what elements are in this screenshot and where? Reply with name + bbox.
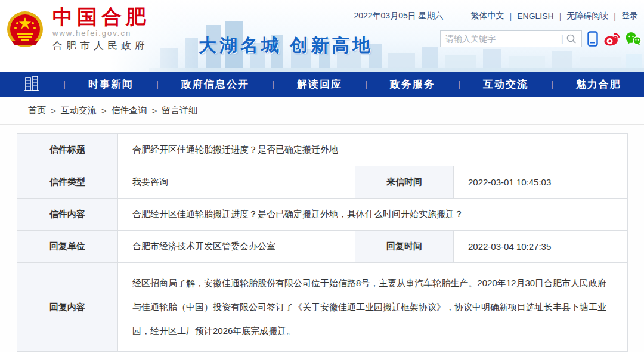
- breadcrumb-separator: >: [101, 106, 107, 116]
- search-box[interactable]: |: [440, 30, 582, 47]
- table-row: 回复内容 经区招商局了解，安徽佳通轮胎股份有限公司位于始信路8号，主要从事汽车轮…: [17, 263, 628, 352]
- letter-content-value: 合肥经开区佳通轮胎搬迁进度？是否已确定搬迁外地，具体什么时间开始实施搬迁？: [118, 199, 628, 231]
- letter-detail-table: 信件标题 合肥经开区佳通轮胎搬迁进度？是否已确定搬迁外地 信件类型 我要咨询 来…: [17, 133, 628, 352]
- link-accessibility[interactable]: 无障碍阅读: [566, 11, 608, 21]
- letter-content-label: 信件内容: [17, 199, 118, 231]
- breadcrumb-current: 留言详细: [162, 105, 197, 116]
- site-banner: 中国合肥 www.hefei.gov.cn 合肥市人民政府 大湖名城 创新高地 …: [0, 0, 644, 72]
- header-top-links: 2022年03月05日 星期六 繁体中文 | ENGLISH | 无障碍阅读 |…: [354, 11, 638, 21]
- nav-separator: |: [551, 79, 553, 89]
- breadcrumb-letter-query[interactable]: 信件查询: [112, 105, 147, 116]
- link-english[interactable]: ENGLISH: [517, 11, 553, 21]
- reply-content-value: 经区招商局了解，安徽佳通轮胎股份有限公司位于始信路8号，主要从事汽车轮胎生产。2…: [118, 263, 628, 352]
- letter-title-label: 信件标题: [17, 134, 118, 166]
- nav-item-charm-hefei[interactable]: 魅力合肥: [576, 78, 621, 91]
- link-traditional-chinese[interactable]: 繁体中文: [471, 11, 504, 21]
- search-icon[interactable]: [566, 33, 577, 44]
- home-nav[interactable]: [23, 75, 41, 93]
- search-divider: |: [561, 33, 564, 44]
- site-title: 中国合肥: [52, 6, 150, 27]
- breadcrumb-separator: >: [152, 106, 157, 116]
- table-row: 信件类型 我要咨询 来信时间 2022-03-01 10:45:03: [17, 166, 628, 199]
- nav-item-interpretation[interactable]: 解读回应: [297, 78, 342, 91]
- main-content: 首页 > 互动交流 > 信件查询 > 留言详细 信件标题 合肥经开区佳通轮胎搬迁…: [0, 97, 644, 352]
- site-logo[interactable]: 中国合肥 www.hefei.gov.cn 合肥市人民政府: [6, 6, 150, 52]
- reply-content-label: 回复内容: [17, 263, 118, 352]
- wechat-icon[interactable]: [625, 31, 642, 47]
- table-row: 回复单位 合肥市经济技术开发区管委会办公室 回复时间 2022-03-04 10…: [17, 231, 628, 263]
- current-date: 2022年03月05日 星期六: [354, 11, 443, 21]
- nav-separator: |: [63, 79, 66, 89]
- nav-separator: |: [156, 79, 159, 89]
- national-emblem-icon: [6, 10, 44, 48]
- search-row: |: [440, 30, 642, 47]
- reply-unit-value: 合肥市经济技术开发区管委会办公室: [118, 231, 355, 263]
- link-separator: |: [559, 11, 562, 21]
- reply-time-value: 2022-03-04 10:27:35: [454, 231, 628, 263]
- search-input[interactable]: [445, 34, 561, 44]
- table-row: 信件内容 合肥经开区佳通轮胎搬迁进度？是否已确定搬迁外地，具体什么时间开始实施搬…: [17, 199, 628, 231]
- nav-item-services[interactable]: 政务服务: [390, 78, 435, 91]
- table-row: 信件标题 合肥经开区佳通轮胎搬迁进度？是否已确定搬迁外地: [17, 134, 628, 166]
- received-time-value: 2022-03-01 10:45:03: [454, 166, 628, 199]
- link-separator: |: [614, 11, 616, 21]
- nav-item-interaction[interactable]: 互动交流: [483, 78, 528, 91]
- link-login[interactable]: 登录: [621, 11, 638, 21]
- weibo-icon[interactable]: [603, 31, 620, 47]
- breadcrumb-divider: [0, 124, 644, 125]
- main-navbar: | 时事新闻 | 政府信息公开 | 解读回应 | 政务服务 | 互动交流 | 魅…: [0, 72, 644, 97]
- city-slogan: 大湖名城 创新高地: [199, 33, 373, 58]
- letter-type-label: 信件类型: [17, 166, 118, 199]
- breadcrumb-home[interactable]: 首页: [28, 105, 46, 116]
- mobile-icon[interactable]: [587, 31, 599, 47]
- breadcrumb-separator: >: [51, 106, 56, 116]
- reply-time-label: 回复时间: [355, 231, 454, 263]
- breadcrumb: 首页 > 互动交流 > 信件查询 > 留言详细: [0, 97, 644, 124]
- breadcrumb-interaction[interactable]: 互动交流: [61, 105, 97, 116]
- letter-title-value: 合肥经开区佳通轮胎搬迁进度？是否已确定搬迁外地: [118, 134, 628, 166]
- nav-item-gov-info[interactable]: 政府信息公开: [181, 78, 249, 91]
- nav-separator: |: [458, 79, 460, 89]
- received-time-label: 来信时间: [355, 166, 454, 199]
- reply-unit-label: 回复单位: [17, 231, 118, 263]
- site-url: www.hefei.gov.cn: [52, 29, 150, 38]
- letter-type-value: 我要咨询: [118, 166, 355, 199]
- link-separator: |: [510, 11, 512, 21]
- nav-separator: |: [365, 79, 367, 89]
- nav-item-news[interactable]: 时事新闻: [88, 78, 134, 91]
- twin-towers-building-icon: [23, 75, 41, 93]
- nav-separator: |: [272, 79, 274, 89]
- site-subtitle: 合肥市人民政府: [52, 39, 150, 52]
